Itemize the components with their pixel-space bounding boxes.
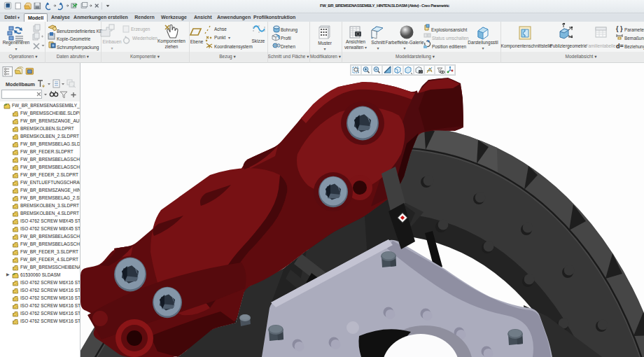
svg-text:d=: d= [616, 43, 624, 50]
svg-text:{ }: { } [616, 25, 623, 32]
